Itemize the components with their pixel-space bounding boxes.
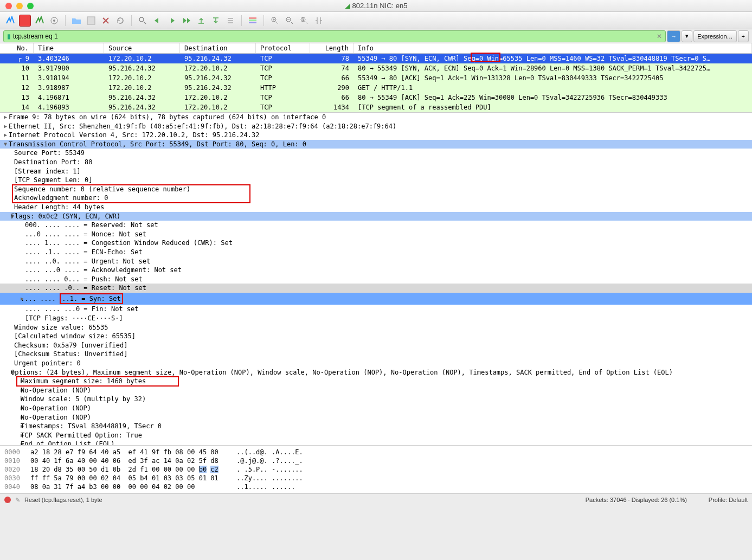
opt-eol[interactable]: End of Option List (EOL) <box>21 440 114 446</box>
tcp-calcwindow[interactable]: [Calculated window size: 65535] <box>0 332 752 341</box>
go-first-button[interactable] <box>195 15 207 27</box>
collapse-icon[interactable]: ▼ <box>2 368 11 377</box>
restart-capture-button[interactable] <box>34 15 46 27</box>
tcp-seq[interactable]: Sequence number: 0 (relative sequence nu… <box>0 185 752 194</box>
status-packets: Packets: 37046 · Displayed: 26 (0.1%) <box>586 497 687 503</box>
stop-capture-button[interactable] <box>19 15 31 27</box>
expand-icon[interactable]: ▶ <box>2 377 21 386</box>
flag-reset[interactable]: .... .... .0.. = Reset: Not set <box>0 284 752 293</box>
ip-summary[interactable]: Internet Protocol Version 4, Src: 172.20… <box>9 131 259 140</box>
display-filter-input[interactable] <box>13 33 657 40</box>
opt-nop[interactable]: No-Operation (NOP) <box>21 404 91 413</box>
wireshark-fin-icon: ◢ <box>345 2 350 10</box>
flag-ack[interactable]: .... ...0 .... = Acknowledgment: Not set <box>0 266 752 275</box>
tcp-urgptr[interactable]: Urgent pointer: 0 <box>0 359 752 368</box>
flag-nonce[interactable]: ...0 .... .... = Nonce: Not set <box>0 230 752 239</box>
packet-list-pane[interactable]: No.Time SourceDestination ProtocolLength… <box>0 43 752 113</box>
wireshark-icon[interactable] <box>4 15 16 27</box>
filter-dropdown-button[interactable]: ▾ <box>682 30 692 42</box>
resize-columns-button[interactable] <box>313 15 325 27</box>
packet-details-pane[interactable]: ▶Frame 9: 78 bytes on wire (624 bits), 7… <box>0 113 752 446</box>
hex-row[interactable]: 0000a2 18 28 e7 f9 64 40 a5 ef 41 9f fb … <box>4 448 748 456</box>
expand-icon[interactable]: ▶ <box>2 404 21 413</box>
tcp-hlen[interactable]: Header Length: 44 bytes <box>0 203 752 212</box>
packet-row[interactable]: 144.19689395.216.24.32172.20.10.2TCP1434… <box>0 102 752 112</box>
flag-ecn[interactable]: .... .1.. .... = ECN-Echo: Set <box>0 248 752 257</box>
go-last-button[interactable] <box>210 15 222 27</box>
reload-button[interactable] <box>114 15 126 27</box>
packet-bytes-pane[interactable]: 0000a2 18 28 e7 f9 64 40 a5 ef 41 9f fb … <box>0 446 752 494</box>
svg-point-3 <box>139 17 144 22</box>
tcp-srcport[interactable]: Source Port: 55349 <box>0 149 752 158</box>
expand-icon[interactable]: ▶ <box>2 113 9 122</box>
go-back-button[interactable] <box>151 15 163 27</box>
expand-icon[interactable]: ▶ <box>2 294 21 304</box>
tcp-ack[interactable]: Acknowledgment number: 0 <box>0 194 752 203</box>
expand-icon[interactable]: ▶ <box>2 386 21 395</box>
expand-icon[interactable]: ▶ <box>2 395 21 404</box>
status-profile[interactable]: Profile: Default <box>709 497 748 503</box>
go-forward-button[interactable] <box>166 15 178 27</box>
tcp-stream[interactable]: [Stream index: 1] <box>0 167 752 176</box>
go-to-packet-button[interactable] <box>181 15 192 27</box>
flag-fin[interactable]: .... .... ...0 = Fin: Not set <box>0 305 752 314</box>
zoom-in-button[interactable] <box>269 15 281 27</box>
opt-sack[interactable]: TCP SACK Permitted Option: True <box>21 431 142 440</box>
tcp-checksum[interactable]: Checksum: 0x5a79 [unverified] <box>0 341 752 350</box>
close-file-button[interactable] <box>100 15 112 27</box>
flag-push[interactable]: .... .... 0... = Push: Not set <box>0 275 752 284</box>
apply-filter-button[interactable]: → <box>667 30 680 42</box>
flag-reserved[interactable]: 000. .... .... = Reserved: Not set <box>0 221 752 230</box>
tcp-flagstr[interactable]: [TCP Flags: ····CE····S·] <box>0 314 752 323</box>
collapse-icon[interactable]: ▼ <box>2 212 11 221</box>
expert-info-icon[interactable] <box>4 497 11 503</box>
tcp-summary[interactable]: Transmission Control Protocol, Src Port:… <box>9 140 306 149</box>
ethernet-summary[interactable]: Ethernet II, Src: Shenzhen_41:9f:fb (40:… <box>9 122 396 131</box>
tcp-seglen[interactable]: [TCP Segment Len: 0] <box>0 176 752 185</box>
hex-row[interactable]: 001000 40 1f 6a 40 00 40 06 ed 3f ac 14 … <box>4 456 748 465</box>
opt-windowscale[interactable]: Window scale: 5 (multiply by 32) <box>21 395 146 404</box>
frame-summary[interactable]: Frame 9: 78 bytes on wire (624 bits), 78… <box>9 113 326 122</box>
flag-urg[interactable]: .... ..0. .... = Urgent: Not set <box>0 257 752 266</box>
packet-row[interactable]: 123.918987172.20.10.295.216.24.32HTTP290… <box>0 83 752 93</box>
packet-row[interactable]: 113.918194172.20.10.295.216.24.32TCP6655… <box>0 73 752 83</box>
expand-icon[interactable]: ▶ <box>2 440 21 446</box>
find-packet-button[interactable] <box>137 15 149 27</box>
opt-nop[interactable]: No-Operation (NOP) <box>21 386 91 395</box>
expand-icon[interactable]: ▶ <box>2 131 9 140</box>
opt-mss[interactable]: Maximum segment size: 1460 bytes <box>21 377 146 386</box>
auto-scroll-button[interactable] <box>224 15 236 27</box>
capture-options-button[interactable] <box>48 15 60 27</box>
expression-button[interactable]: Expression… <box>693 30 736 42</box>
flag-cwr[interactable]: .... 1... .... = Congestion Window Reduc… <box>0 239 752 248</box>
opt-nop[interactable]: No-Operation (NOP) <box>21 413 91 422</box>
edit-icon[interactable]: ✎ <box>15 497 20 504</box>
svg-rect-4 <box>249 17 256 19</box>
hex-row[interactable]: 004008 0a 31 7f a4 b3 00 00 00 00 04 02 … <box>4 482 748 491</box>
tcp-checksum-status[interactable]: [Checksum Status: Unverified] <box>0 350 752 359</box>
expand-icon[interactable]: ▶ <box>2 431 21 440</box>
expand-icon[interactable]: ▶ <box>2 413 21 422</box>
add-filter-button[interactable]: + <box>738 30 749 42</box>
open-file-button[interactable] <box>70 15 82 27</box>
zoom-out-button[interactable] <box>284 15 295 27</box>
clear-filter-icon[interactable]: ✕ <box>657 33 662 40</box>
tcp-dstport[interactable]: Destination Port: 80 <box>0 158 752 167</box>
zoom-reset-button[interactable]: 1 <box>298 15 310 27</box>
collapse-icon[interactable]: ▼ <box>2 140 9 149</box>
expand-icon[interactable]: ▶ <box>2 422 21 431</box>
save-file-button[interactable] <box>85 15 97 27</box>
tcp-flags[interactable]: Flags: 0x0c2 (SYN, ECN, CWR) <box>11 212 120 221</box>
packet-row[interactable]: 103.91798095.216.24.32172.20.10.2TCP7480… <box>0 63 752 73</box>
colorize-button[interactable] <box>247 15 259 27</box>
packet-row[interactable]: 134.19687195.216.24.32172.20.10.2TCP6680… <box>0 93 752 102</box>
tcp-window[interactable]: Window size value: 65535 <box>0 323 752 332</box>
bookmark-icon[interactable]: ▮ <box>7 33 11 40</box>
opt-timestamps[interactable]: Timestamps: TSval 830448819, TSecr 0 <box>21 422 162 431</box>
expand-icon[interactable]: ▶ <box>2 122 9 131</box>
hex-row[interactable]: 0030ff ff 5a 79 00 00 02 04 05 b4 01 03 … <box>4 474 748 482</box>
tcp-options[interactable]: Options: (24 bytes), Maximum segment siz… <box>11 368 673 377</box>
flag-syn[interactable]: ▶ .... .... ..1. = Syn: Set <box>0 293 752 305</box>
hex-row[interactable]: 002018 20 d8 35 00 50 d1 0b 2d f1 00 00 … <box>4 465 748 474</box>
packet-row[interactable]: ┌ 93.403246172.20.10.295.216.24.32TCP785… <box>0 54 752 63</box>
